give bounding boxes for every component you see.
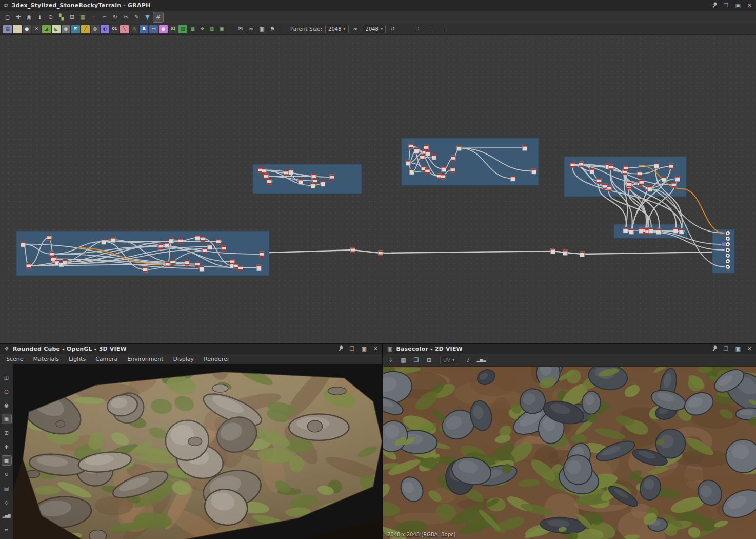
graph-node[interactable]: [351, 247, 355, 253]
levels-node-icon[interactable]: ◢: [42, 25, 51, 33]
display-settings-icon[interactable]: ▣: [2, 414, 11, 424]
graph-node[interactable]: [26, 263, 31, 268]
close-icon[interactable]: ✕: [747, 3, 752, 8]
graph-node[interactable]: [432, 154, 436, 160]
close-icon[interactable]: ✕: [747, 346, 752, 352]
pin-note-icon[interactable]: ⚑: [268, 24, 277, 34]
output-node[interactable]: [726, 259, 730, 264]
dot-link-icon[interactable]: ◦: [89, 12, 98, 22]
graph-node[interactable]: [648, 227, 653, 233]
text-node-icon[interactable]: A: [140, 25, 148, 33]
fx-map-node-icon[interactable]: ❖: [198, 25, 207, 33]
menu-renderer[interactable]: Renderer: [204, 356, 229, 362]
graph-node[interactable]: [424, 145, 429, 150]
cut-wire-icon[interactable]: ✂: [121, 12, 131, 22]
hierarchy-icon[interactable]: ≡: [2, 525, 11, 534]
link-note-icon[interactable]: ∞: [246, 24, 256, 34]
gradient-node-icon[interactable]: ◣: [52, 25, 61, 33]
graph-node[interactable]: [426, 150, 430, 156]
menu-materials[interactable]: Materials: [33, 356, 59, 362]
output-node[interactable]: [726, 237, 730, 241]
float-window-icon[interactable]: ❐: [350, 346, 355, 352]
float-window-icon[interactable]: ❐: [724, 3, 729, 8]
split-nodes-icon[interactable]: ⊞: [67, 12, 77, 22]
graph-node[interactable]: [178, 238, 183, 244]
scene-grid-icon[interactable]: ⊞: [2, 428, 11, 437]
float-window-icon[interactable]: ❐: [724, 346, 729, 352]
maximize-icon[interactable]: ▣: [361, 346, 366, 352]
graph-node[interactable]: [409, 143, 413, 149]
uniform-color-node-icon[interactable]: [13, 25, 22, 33]
parent-size-height-select[interactable]: 2048▾: [363, 25, 386, 33]
graph-node[interactable]: [522, 145, 527, 151]
graph-node[interactable]: [580, 252, 586, 257]
view2d-viewport[interactable]: 2048 x 2048 (RGBA, 8bpc): [383, 367, 756, 539]
image-note-icon[interactable]: ▣: [257, 24, 267, 34]
graph-node[interactable]: [289, 169, 293, 175]
geometry-cube-icon[interactable]: ■: [2, 456, 11, 465]
graph-node[interactable]: [441, 166, 446, 172]
graph-node[interactable]: [450, 167, 455, 172]
graph-node[interactable]: [551, 248, 555, 254]
graph-node[interactable]: [299, 179, 303, 184]
warning-node-icon[interactable]: ⚠: [130, 25, 138, 33]
save-icon[interactable]: ▦: [399, 355, 408, 365]
layers-icon[interactable]: ▤: [2, 484, 11, 493]
curvature-node-icon[interactable]: ╲: [120, 25, 129, 33]
shape-node-icon[interactable]: ◎: [91, 25, 100, 33]
graph-node[interactable]: [414, 148, 419, 153]
transform-node-icon[interactable]: ⊞: [71, 25, 80, 33]
value-display-node-icon[interactable]: 01: [169, 25, 177, 33]
graph-node[interactable]: [264, 174, 268, 179]
stats-icon[interactable]: ▂▅▇: [2, 511, 11, 521]
comment-icon[interactable]: ✉: [235, 24, 245, 34]
menu-camera[interactable]: Camera: [95, 356, 117, 362]
graph-node[interactable]: [185, 260, 189, 265]
make-it-tile-node-icon[interactable]: ▥: [208, 25, 216, 33]
maximize-icon[interactable]: ▣: [735, 3, 740, 8]
material-preview-icon[interactable]: ▚: [56, 12, 66, 22]
graph-node[interactable]: [597, 178, 602, 184]
graph-node[interactable]: [637, 171, 642, 177]
graph-canvas[interactable]: [0, 35, 756, 343]
filter-funnel-icon[interactable]: ▼: [143, 12, 152, 22]
graph-node[interactable]: [654, 163, 659, 168]
graph-node[interactable]: [590, 168, 594, 174]
node-info-icon[interactable]: ℹ: [35, 12, 45, 22]
output-node[interactable]: [726, 231, 730, 236]
focus-icon[interactable]: ◉: [2, 400, 11, 410]
graph-node[interactable]: [570, 162, 575, 168]
graph-node[interactable]: [222, 245, 226, 251]
graph-node[interactable]: [379, 251, 384, 256]
graph-node[interactable]: [671, 182, 676, 188]
output-node[interactable]: [726, 242, 730, 247]
parent-size-width-select[interactable]: 2048▾: [325, 25, 348, 33]
output-node-purple[interactable]: [722, 242, 726, 246]
graph-node[interactable]: [330, 175, 334, 180]
pan-view-icon[interactable]: ✚: [13, 12, 23, 22]
reset-size-icon[interactable]: ↺: [388, 24, 397, 34]
dot-options-icon[interactable]: ∷: [412, 24, 422, 34]
info-icon[interactable]: i: [463, 355, 472, 365]
graph-frame[interactable]: [402, 138, 539, 185]
graph-node[interactable]: [207, 244, 212, 249]
transform-view-icon[interactable]: ⊞: [424, 355, 434, 365]
splatter-node-icon[interactable]: ▣: [217, 25, 226, 33]
menu-scene[interactable]: Scene: [6, 356, 24, 362]
graph-node[interactable]: [238, 265, 243, 271]
graph-node[interactable]: [451, 156, 455, 161]
menu-display[interactable]: Display: [173, 356, 194, 362]
graph-node[interactable]: [531, 168, 536, 174]
graph-node[interactable]: [284, 170, 289, 176]
maximize-icon[interactable]: ▣: [735, 346, 740, 352]
graph-node[interactable]: [510, 176, 515, 181]
paint-tool-icon[interactable]: ✎: [132, 12, 142, 22]
graph-node[interactable]: [321, 181, 325, 186]
blur-node-icon[interactable]: ●: [62, 25, 70, 33]
value-node-icon[interactable]: 01: [110, 25, 119, 33]
graph-node[interactable]: [669, 164, 673, 169]
graph-node[interactable]: [195, 261, 200, 267]
camera-icon[interactable]: ◫: [2, 373, 11, 382]
copy-icon[interactable]: ❐: [411, 355, 421, 365]
view3d-viewport[interactable]: [13, 364, 382, 539]
